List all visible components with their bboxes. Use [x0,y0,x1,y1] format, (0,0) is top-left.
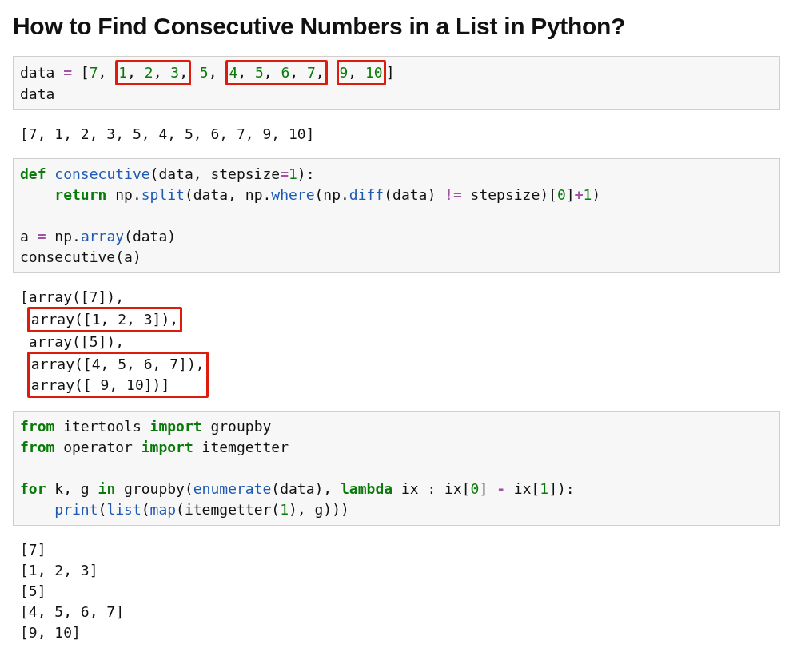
code-text: (np. [315,186,349,203]
keyword-import: import [141,439,193,455]
operator-equals: = [63,64,72,81]
function-name: diff [349,186,384,203]
code-text: ix : ix[ [393,480,471,497]
keyword-import: import [150,418,202,435]
code-text: (data, stepsize [150,165,281,182]
output-cell-2: [array([7]), array([1, 2, 3]), array([5]… [13,281,780,403]
highlight-box-output-2: array([4, 5, 6, 7]), array([ 9, 10])] [27,352,209,398]
output-line: array([ 9, 10])] [31,376,169,393]
code-text: (data, np. [185,186,271,203]
keyword-from: from [20,418,54,435]
number: 7 [90,64,98,81]
code-cell-2: def consecutive(data, stepsize=1): retur… [13,158,780,273]
function-name: consecutive [54,165,149,182]
code-text: np. [46,228,81,245]
operator-neq: != [444,186,462,203]
number: 1 [584,186,592,203]
keyword-from: from [20,439,54,455]
operator-equals: = [280,165,289,182]
number: 5 [255,64,264,81]
code-text: itemgetter [193,439,289,455]
keyword-for: for [20,480,46,497]
number: 4 [229,64,237,81]
keyword-return: return [54,186,106,203]
code-text: a [20,228,38,245]
output-line: array([4, 5, 6, 7]), [31,356,205,372]
number: 1 [540,480,548,497]
output-line: [array([7]), [20,288,124,305]
number: 6 [281,64,289,81]
number: 1 [280,501,289,518]
number: 1 [118,64,127,81]
operator-equals: = [38,228,46,245]
code-text: [ [72,64,90,81]
code-text: consecutive(a) [20,249,141,265]
code-text: ix[ [505,480,540,497]
code-text: groupby [202,418,272,435]
code-text: data [20,85,54,102]
code-text: np. [106,186,141,203]
highlight-box-3: 9, 10 [337,60,386,85]
code-text: (data), [271,480,341,497]
indent [20,186,54,203]
code-text: (data) [384,186,444,203]
function-name: array [81,228,124,245]
page-title: How to Find Consecutive Numbers in a Lis… [13,13,780,40]
number: 3 [170,64,179,81]
indent [20,501,54,518]
code-text: ] [566,186,575,203]
code-cell-1: data = [7, 1, 2, 3, 5, 4, 5, 6, 7, 9, 10… [13,56,780,110]
code-text: operator [54,439,141,455]
keyword-def: def [20,165,46,182]
highlight-box-output-1: array([1, 2, 3]), [27,307,182,332]
code-text: ( [98,501,107,518]
output-cell-3: [7] [1, 2, 3] [5] [4, 5, 6, 7] [9, 10] [13,534,780,649]
output-line: array([5]), [20,333,124,350]
function-name: list [106,501,141,518]
highlight-box-2: 4, 5, 6, 7, [225,60,327,85]
highlight-box-1: 1, 2, 3, [115,60,191,85]
number: 7 [307,64,316,81]
function-name: map [150,501,177,518]
code-text: ] [386,64,395,81]
operator-minus: - [496,480,505,497]
number: 0 [471,480,480,497]
number: 1 [289,165,297,182]
code-text: groupby( [115,480,193,497]
code-cell-3: from itertools import groupby from opera… [13,411,780,526]
code-text: ), g))) [289,501,349,518]
code-text: data [20,64,63,81]
number: 0 [557,186,566,203]
code-text: ): [297,165,315,182]
keyword-in: in [98,480,116,497]
function-name: split [141,186,185,203]
function-name: print [54,501,98,518]
code-text: (data) [124,228,176,245]
code-text: (itemgetter( [176,501,280,518]
code-text: ) [592,186,600,203]
number: 5 [200,64,209,81]
code-text: ( [141,501,150,518]
number: 10 [365,64,383,81]
keyword-lambda: lambda [341,480,393,497]
output-cell-1: [7, 1, 2, 3, 5, 4, 5, 6, 7, 9, 10] [13,118,780,150]
function-name: enumerate [193,480,272,497]
function-name: where [271,186,314,203]
number: 9 [340,64,349,81]
code-text: ] [479,480,496,497]
operator-plus: + [575,186,584,203]
code-text: k, g [46,480,98,497]
code-text: itertools [54,418,149,435]
code-text: stepsize)[ [462,186,557,203]
code-text: ]): [548,480,575,497]
number: 2 [145,64,153,81]
code-text: , [98,64,116,81]
